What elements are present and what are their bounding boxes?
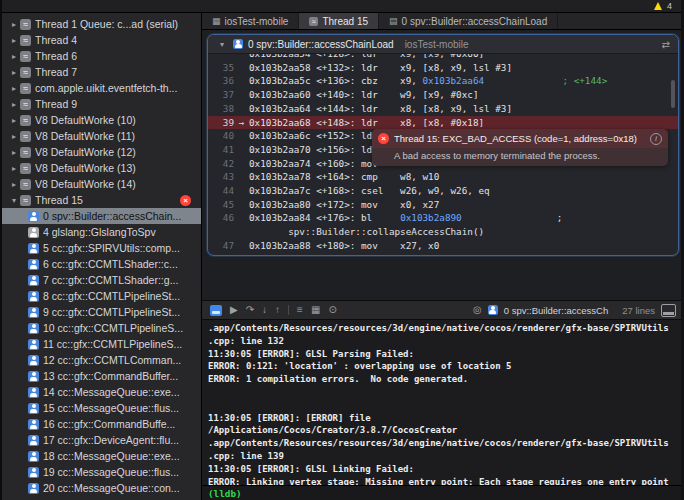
memory-graph-button[interactable]: ▦ xyxy=(311,305,320,315)
stack-frame-row[interactable]: 13 cc::gfx::CommandBuffer... xyxy=(2,368,201,384)
disassembly-line[interactable]: 480x103b2aa8c <+184>: mov w20, #0x7fffff… xyxy=(208,253,678,255)
disassembly-line[interactable]: 350x103b2aa58 <+132>: ldr x9, [x8, x9, l… xyxy=(208,61,678,75)
stack-frame-row[interactable]: 4 glslang::GlslangToSpv xyxy=(2,224,201,240)
stack-frame-label: 6 cc::gfx::CCMTLShader::c... xyxy=(43,258,178,270)
disclosure-chevron-icon[interactable]: ▸ xyxy=(8,100,20,109)
stack-frame-row[interactable]: 16 cc::gfx::CommandBuffe... xyxy=(2,416,201,432)
thread-label: V8 DefaultWorke (11) xyxy=(35,130,135,142)
continue-button[interactable]: ▶ xyxy=(230,305,238,315)
stack-frame-row[interactable]: 17 cc::gfx::DeviceAgent::flu... xyxy=(2,432,201,448)
gutter-space xyxy=(234,61,249,75)
debug-frame-label[interactable]: 0 spv::Builder::accessCh xyxy=(504,305,609,316)
disclosure-chevron-icon[interactable]: ▸ xyxy=(8,68,20,77)
console-line: /Applications/Cocos/Creator/3.8.7/CocosC… xyxy=(208,424,678,437)
editor-scrollbar[interactable] xyxy=(671,80,675,108)
disclosure-chevron-icon[interactable]: ▸ xyxy=(8,164,20,173)
stack-frame-row[interactable]: 20 cc::MessageQueue::con... xyxy=(2,480,201,496)
thread-row[interactable]: ▸≈Thread 1 Queue: c...ad (serial) xyxy=(2,16,201,32)
thread-icon: ≈ xyxy=(20,195,31,206)
thread-row[interactable]: ▸≈Thread 9 xyxy=(2,96,201,112)
disclosure-chevron-icon[interactable]: ▸ xyxy=(8,20,20,29)
step-out-button[interactable]: ↑ xyxy=(275,305,280,315)
stack-frame-row[interactable]: 18 cc::MessageQueue::exe... xyxy=(2,448,201,464)
error-annotation[interactable]: × Thread 15: EXC_BAD_ACCESS (code=1, add… xyxy=(372,129,668,166)
thread-row[interactable]: ▸≈V8 DefaultWorke (12) xyxy=(2,144,201,160)
disclosure-chevron-icon[interactable]: ▸ xyxy=(8,148,20,157)
console-prompt-bar[interactable]: (lldb) xyxy=(202,485,684,500)
disclosure-chevron-icon[interactable]: ▸ xyxy=(8,36,20,45)
disassembly-line[interactable]: 0x103b2aa54 <+128>: ldr x9, [x9, #0x60] xyxy=(208,54,678,61)
step-into-button[interactable]: ↓ xyxy=(262,305,267,315)
disassembly-line[interactable]: spv::Builder::collapseAccessChain() xyxy=(208,225,678,239)
disclosure-chevron-icon[interactable]: ▸ xyxy=(8,116,20,125)
stack-frame-icon xyxy=(28,323,39,334)
warning-icon[interactable] xyxy=(654,2,662,10)
console-toggle-icon[interactable] xyxy=(661,304,676,317)
step-over-button[interactable]: ↷ xyxy=(246,305,254,315)
disclosure-chevron-icon[interactable]: ▸ xyxy=(8,180,20,189)
thread-row[interactable]: ▸≈Thread 6 xyxy=(2,48,201,64)
stack-frame-row[interactable]: 11 cc::gfx::CCMTLPipelineS... xyxy=(2,336,201,352)
disclosure-chevron-icon[interactable]: ▸ xyxy=(8,132,20,141)
disclosure-chevron-icon[interactable]: ▸ xyxy=(8,52,20,61)
editor-card: ▾ 0 spv::Builder::accessChainLoad iosTes… xyxy=(207,34,679,256)
stack-frame-row[interactable]: 0 spv::Builder::accessChain... xyxy=(2,208,201,224)
editor-tab[interactable]: ≈Thread 15 xyxy=(299,13,379,29)
console-output[interactable]: .app/Contents/Resources/resources/3d/eng… xyxy=(202,320,684,485)
disassembly-line[interactable]: 450x103b2aa80 <+172>: mov x0, x27 xyxy=(208,198,678,212)
stack-frame-row[interactable]: 15 cc::MessageQueue::flus... xyxy=(2,400,201,416)
stack-frame-row[interactable]: 9 cc::gfx::CCMTLPipelineSt... xyxy=(2,304,201,320)
stack-frame-row[interactable]: 10 cc::gfx::CCMTLPipelineS... xyxy=(2,320,201,336)
stack-frame-row[interactable]: 8 cc::gfx::CCMTLPipelineSt... xyxy=(2,288,201,304)
stack-frame-row[interactable]: 12 cc::gfx::CCMTLComman... xyxy=(2,352,201,368)
thread-icon: ≈ xyxy=(20,99,31,110)
simulator-icon[interactable]: ◎ xyxy=(473,305,482,315)
view-hierarchy-button[interactable]: ≡ xyxy=(297,305,303,315)
warning-count[interactable]: 4 xyxy=(667,1,672,11)
disassembly-line[interactable]: 370x103b2aa60 <+140>: ldr w9, [x9, #0xc] xyxy=(208,88,678,102)
editor-frame-title[interactable]: 0 spv::Builder::accessChainLoad xyxy=(248,39,394,50)
disclosure-chevron-icon[interactable]: ▾ xyxy=(8,196,20,205)
stack-frame-row[interactable]: 14 cc::MessageQueue::exe... xyxy=(2,384,201,400)
app-icon: ▦ xyxy=(212,16,221,26)
lldb-prompt: (lldb) xyxy=(208,488,242,499)
runtime-issues-button[interactable]: ⊙ xyxy=(328,305,336,315)
thread-row[interactable]: ▸≈V8 DefaultWorke (11) xyxy=(2,128,201,144)
editor-tab[interactable]: ▦iosTest-mobile xyxy=(202,13,299,29)
info-icon[interactable]: i xyxy=(650,133,662,145)
thread-row[interactable]: ▸≈Thread 7 xyxy=(2,64,201,80)
hide-debug-area-button[interactable] xyxy=(210,305,222,316)
chevron-down-icon[interactable]: ▾ xyxy=(216,40,228,49)
stack-frame-row[interactable]: 19 cc::MessageQueue::flus... xyxy=(2,464,201,480)
disassembly-line[interactable]: 380x103b2aa64 <+144>: ldr x8, [x8, x9, l… xyxy=(208,102,678,116)
thread-row[interactable]: ▸≈V8 DefaultWorke (13) xyxy=(2,160,201,176)
stack-frame-icon xyxy=(28,275,39,286)
thread-row[interactable]: ▸≈com.apple.uikit.eventfetch-th... xyxy=(2,80,201,96)
stack-frame-icon xyxy=(28,403,39,414)
disassembly-line[interactable]: 460x103b2aa84 <+176>: bl 0x103b2a890 ; xyxy=(208,211,678,225)
disassembly-line[interactable]: 39→0x103b2aa68 <+148>: ldr x8, [x8, #0x1… xyxy=(208,116,678,130)
editor-tab[interactable]: ▤0 spv::Builder::accessChainLoad xyxy=(379,13,558,29)
console-lines-count[interactable]: 27 lines xyxy=(622,305,655,316)
thread-label: Thread 4 xyxy=(35,34,77,46)
gutter-space xyxy=(234,253,249,255)
disassembly-line[interactable]: 440x103b2aa7c <+168>: csel w26, w9, w26,… xyxy=(208,184,678,198)
error-icon: × xyxy=(378,133,389,144)
thread-row[interactable]: ▸≈Thread 4 xyxy=(2,32,201,48)
counterparts-icon[interactable]: ⇄ xyxy=(662,39,670,50)
thread-row[interactable]: ▾≈Thread 15× xyxy=(2,192,201,208)
stack-frame-row[interactable]: 7 cc::gfx::CCMTLShader::g... xyxy=(2,272,201,288)
disassembly-line[interactable]: 360x103b2aa5c <+136>: cbz x9, 0x103b2aa6… xyxy=(208,74,678,88)
disassembly-line[interactable]: 430x103b2aa78 <+164>: cmp w8, w10 xyxy=(208,170,678,184)
disclosure-chevron-icon[interactable]: ▸ xyxy=(8,84,20,93)
thread-row[interactable]: ▸≈V8 DefaultWorke (10) xyxy=(2,112,201,128)
line-number: 37 xyxy=(208,88,234,102)
thread-label: V8 DefaultWorke (13) xyxy=(35,162,136,174)
stack-frame-row[interactable]: 6 cc::gfx::CCMTLShader::c... xyxy=(2,256,201,272)
stack-frame-row[interactable]: 5 cc::gfx::SPIRVUtils::comp... xyxy=(2,240,201,256)
disassembly-line[interactable]: 470x103b2aa88 <+180>: mov x27, x0 xyxy=(208,239,678,253)
stack-frame-label: 17 cc::gfx::DeviceAgent::flu... xyxy=(43,434,179,446)
stack-frame-icon xyxy=(28,387,39,398)
thread-row[interactable]: ▸≈V8 DefaultWorke (14) xyxy=(2,176,201,192)
stack-frame-icon xyxy=(28,339,39,350)
